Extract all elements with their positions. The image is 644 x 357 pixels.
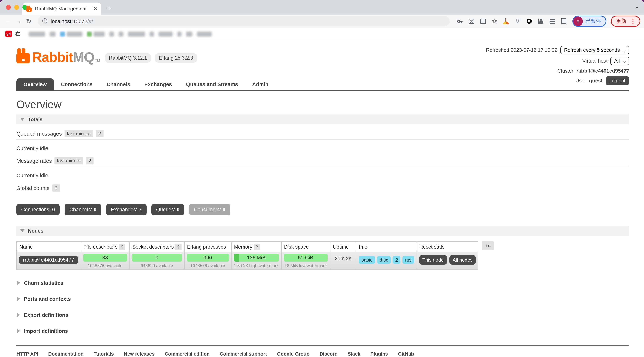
tab-connections[interactable]: Connections bbox=[54, 78, 100, 90]
col-file-descriptors: File descriptors? bbox=[81, 242, 130, 252]
period-chip[interactable]: last minute bbox=[54, 157, 83, 164]
info-badge-basic[interactable]: basic bbox=[358, 256, 375, 264]
footer-link-slack[interactable]: Slack bbox=[348, 351, 360, 357]
redacted-bookmark[interactable] bbox=[158, 31, 173, 36]
export-definitions-section[interactable]: Export definitions bbox=[17, 312, 629, 318]
redacted-bookmark-label bbox=[50, 31, 56, 36]
expand-triangle-icon bbox=[17, 313, 20, 317]
footer-link-http-api[interactable]: HTTP API bbox=[16, 351, 38, 357]
column-selector-button[interactable]: +/- bbox=[482, 242, 494, 250]
tab-close-icon[interactable]: ✕ bbox=[93, 5, 98, 12]
footer-link-documentation[interactable]: Documentation bbox=[48, 351, 84, 357]
profile-chip[interactable]: Y 已暂停 bbox=[572, 16, 606, 27]
site-info-icon[interactable]: ⓘ bbox=[42, 18, 47, 24]
nodes-table-header-row: Name File descriptors? Socket descriptor… bbox=[16, 242, 478, 252]
password-key-icon[interactable] bbox=[456, 18, 463, 24]
rabbitmq-logo[interactable]: RabbitMQTM bbox=[16, 48, 100, 63]
tab-search-chevron-icon[interactable]: ⌄ bbox=[635, 3, 640, 10]
translate-icon[interactable]: 文 bbox=[468, 18, 475, 24]
share-icon[interactable]: ↑ bbox=[480, 18, 486, 24]
help-icon[interactable]: ? bbox=[96, 130, 104, 137]
footer-links: HTTP API Documentation Tutorials New rel… bbox=[16, 346, 629, 357]
period-chip[interactable]: last minute bbox=[64, 130, 93, 137]
back-icon[interactable]: ← bbox=[4, 17, 12, 25]
reset-this-node-button[interactable]: This node bbox=[419, 255, 447, 265]
logout-button[interactable]: Log out bbox=[606, 76, 629, 85]
redacted-bookmark[interactable] bbox=[87, 31, 105, 36]
redacted-bookmark-label bbox=[94, 31, 105, 36]
info-badge-disc[interactable]: disc bbox=[377, 256, 391, 264]
redacted-bookmark[interactable] bbox=[118, 31, 124, 36]
tab-exchanges[interactable]: Exchanges bbox=[137, 78, 179, 90]
playlist-extension-icon[interactable] bbox=[549, 18, 556, 24]
reset-all-nodes-button[interactable]: All nodes bbox=[449, 255, 476, 265]
new-tab-icon[interactable]: + bbox=[107, 4, 111, 13]
help-icon[interactable]: ? bbox=[52, 184, 60, 192]
footer-link-commercial-edition[interactable]: Commercial edition bbox=[165, 351, 210, 357]
bookmark-star-icon[interactable]: ☆ bbox=[491, 18, 498, 24]
file-descriptors-available: 1048576 available bbox=[83, 264, 127, 268]
redacted-bookmark[interactable] bbox=[60, 31, 82, 36]
vue-devtools-extension-icon[interactable]: V bbox=[514, 18, 521, 24]
col-info: Info bbox=[356, 242, 416, 252]
ring-extension-icon[interactable] bbox=[526, 18, 532, 24]
tab-admin[interactable]: Admin bbox=[245, 78, 276, 90]
redacted-bookmark[interactable] bbox=[177, 31, 182, 36]
exchanges-count-button[interactable]: Exchanges:7 bbox=[106, 204, 146, 215]
footer-link-github[interactable]: GitHub bbox=[398, 351, 414, 357]
browser-tab-strip: RabbitMQ Management ✕ + ⌄ bbox=[0, 0, 644, 14]
redacted-bookmark[interactable] bbox=[50, 31, 56, 36]
sidebar-extension-icon[interactable] bbox=[560, 18, 567, 24]
extensions-puzzle-icon[interactable] bbox=[537, 18, 544, 24]
info-badge-2[interactable]: 2 bbox=[393, 256, 400, 264]
churn-statistics-section[interactable]: Churn statistics bbox=[17, 280, 629, 286]
queues-count-button[interactable]: Queues:0 bbox=[151, 204, 184, 215]
footer-link-commercial-support[interactable]: Commercial support bbox=[220, 351, 267, 357]
ports-and-contexts-section[interactable]: Ports and contexts bbox=[17, 296, 629, 302]
help-icon[interactable]: ? bbox=[175, 244, 182, 250]
redacted-bookmark[interactable] bbox=[109, 31, 114, 36]
footer-link-new-releases[interactable]: New releases bbox=[124, 351, 154, 357]
cluster-label: Cluster bbox=[557, 68, 573, 74]
browser-tab[interactable]: RabbitMQ Management ✕ bbox=[22, 2, 102, 14]
tab-overview[interactable]: Overview bbox=[16, 78, 54, 90]
close-window-icon[interactable] bbox=[6, 5, 11, 10]
nodes-section-header[interactable]: Nodes bbox=[16, 226, 629, 236]
reload-icon[interactable]: ↻ bbox=[24, 17, 33, 25]
totals-section-header[interactable]: Totals bbox=[16, 114, 629, 124]
import-definitions-section[interactable]: Import definitions bbox=[17, 328, 629, 334]
refresh-interval-select[interactable]: Refresh every 5 seconds bbox=[560, 46, 629, 54]
footer-link-plugins[interactable]: Plugins bbox=[370, 351, 388, 357]
redacted-bookmark-label bbox=[177, 31, 182, 36]
info-badge-rss[interactable]: rss bbox=[402, 256, 414, 264]
help-icon[interactable]: ? bbox=[254, 244, 260, 250]
connections-count-button[interactable]: Connections:0 bbox=[16, 204, 60, 215]
tab-queues-and-streams[interactable]: Queues and Streams bbox=[179, 78, 245, 90]
minimize-window-icon[interactable] bbox=[14, 5, 19, 10]
redacted-bookmark[interactable] bbox=[186, 31, 192, 36]
redacted-bookmark-label bbox=[109, 31, 114, 36]
virtual-host-select[interactable]: All bbox=[610, 56, 629, 65]
redacted-bookmark[interactable] bbox=[29, 31, 45, 36]
update-button[interactable]: 更新 ⋮ bbox=[611, 16, 640, 27]
redacted-bookmark-label bbox=[158, 31, 173, 36]
url-text[interactable]: localhost:15672/#/ bbox=[51, 18, 93, 24]
help-icon[interactable]: ? bbox=[119, 244, 125, 250]
tab-channels[interactable]: Channels bbox=[100, 78, 137, 90]
redacted-bookmark[interactable] bbox=[128, 31, 145, 36]
tree-extension-icon[interactable] bbox=[503, 18, 510, 24]
channels-count-button[interactable]: Channels:0 bbox=[65, 204, 102, 215]
footer-link-tutorials[interactable]: Tutorials bbox=[94, 351, 114, 357]
node-name[interactable]: rabbit@e4401cd95477 bbox=[19, 256, 78, 264]
bookmark-label[interactable]: 在 bbox=[15, 30, 20, 37]
socket-descriptors-bar: 0 bbox=[132, 254, 182, 262]
address-bar[interactable]: ⓘ localhost:15672/#/ bbox=[38, 16, 450, 26]
menu-dots-icon[interactable]: ⋮ bbox=[630, 18, 636, 24]
footer-link-discord[interactable]: Discord bbox=[320, 351, 338, 357]
redacted-bookmark[interactable] bbox=[197, 31, 212, 36]
expand-triangle-icon bbox=[17, 281, 20, 285]
avatar: Y bbox=[573, 16, 583, 26]
footer-link-google-group[interactable]: Google Group bbox=[277, 351, 310, 357]
redacted-bookmark[interactable] bbox=[150, 31, 154, 36]
help-icon[interactable]: ? bbox=[86, 157, 94, 164]
